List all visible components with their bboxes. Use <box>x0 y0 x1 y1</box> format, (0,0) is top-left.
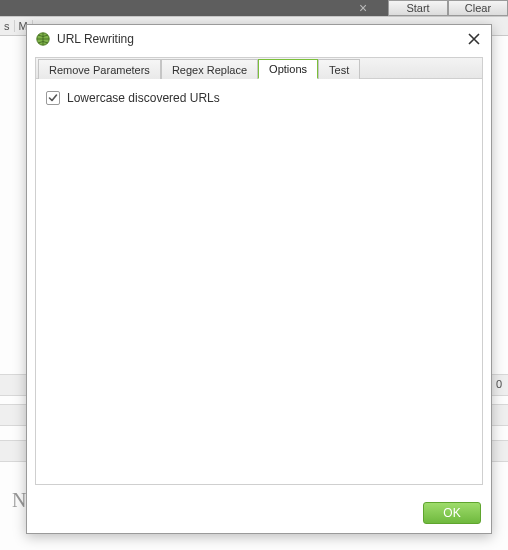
options-panel: Lowercase discovered URLs <box>35 79 483 485</box>
lowercase-urls-row: Lowercase discovered URLs <box>46 91 472 105</box>
background-zero-value: 0 <box>496 378 502 390</box>
tab-remove-parameters[interactable]: Remove Parameters <box>38 59 161 79</box>
background-button-group: Start Clear <box>388 0 508 16</box>
tab-test[interactable]: Test <box>318 59 360 79</box>
tab-regex-replace[interactable]: Regex Replace <box>161 59 258 79</box>
background-row2-item-a: s <box>0 20 15 32</box>
background-letter-n: N <box>12 489 26 512</box>
lowercase-urls-checkbox[interactable] <box>46 91 60 105</box>
dialog-footer: OK <box>27 493 491 533</box>
dialog-titlebar: URL Rewriting <box>27 25 491 53</box>
dialog-title: URL Rewriting <box>57 32 465 46</box>
dialog-tabstrip: Remove Parameters Regex Replace Options … <box>35 57 483 79</box>
tab-options[interactable]: Options <box>258 59 318 79</box>
dialog-close-button[interactable] <box>465 30 483 48</box>
start-button[interactable]: Start <box>388 0 448 16</box>
close-icon <box>468 33 480 45</box>
checkmark-icon <box>48 93 58 103</box>
ok-button[interactable]: OK <box>423 502 481 524</box>
globe-icon <box>35 31 51 47</box>
url-rewriting-dialog: URL Rewriting Remove Parameters Regex Re… <box>26 24 492 534</box>
lowercase-urls-label: Lowercase discovered URLs <box>67 91 220 105</box>
clear-button[interactable]: Clear <box>448 0 508 16</box>
close-icon[interactable]: × <box>356 0 370 16</box>
